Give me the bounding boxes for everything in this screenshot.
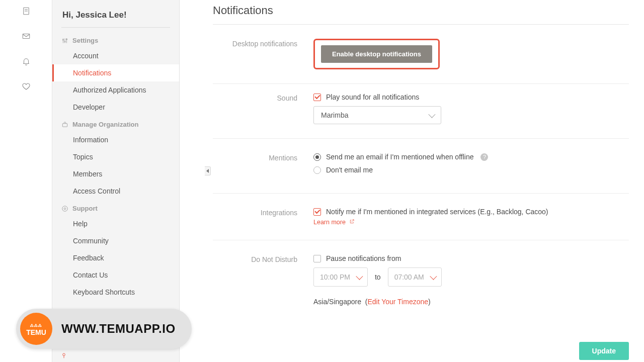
sidebar-item-access-control[interactable]: Access Control <box>52 183 179 200</box>
collapse-sidebar-handle[interactable] <box>205 166 211 175</box>
svg-point-12 <box>64 208 66 210</box>
play-sound-label: Play sound for all notifications <box>326 93 419 101</box>
row-mentions: Mentions Send me an email if I'm mention… <box>213 139 629 194</box>
row-integrations: Integrations Notify me if I'm mentioned … <box>213 194 629 240</box>
sidebar-item-information[interactable]: Information <box>52 131 179 148</box>
sidebar-item-notifications[interactable]: Notifications <box>52 64 179 81</box>
sidebar-item-feedback[interactable]: Feedback <box>52 249 179 266</box>
chevron-down-icon <box>428 111 435 118</box>
edit-timezone-link[interactable]: Edit Your Timezone <box>367 298 428 306</box>
row-desktop-notifications: Desktop notifications Enable desktop not… <box>213 25 629 84</box>
greeting-text: Hi, Jessica Lee! <box>52 6 179 27</box>
integrations-checkbox[interactable] <box>313 208 321 216</box>
mentions-none-radio[interactable] <box>313 166 321 174</box>
sidebar-item-keyboard-shortcuts[interactable]: Keyboard Shortcuts <box>52 284 179 301</box>
svg-point-13 <box>63 353 65 356</box>
sidebar-item-topics[interactable]: Topics <box>52 148 179 165</box>
temu-logo-icon: ஃஃஃ TEMU <box>20 313 52 345</box>
dnd-from-select[interactable]: 10:00 PM <box>313 267 368 287</box>
row-sound: Sound Play sound for all notifications M… <box>213 84 629 139</box>
section-org: Manage Organization <box>52 116 179 131</box>
sound-select[interactable]: Marimba <box>313 106 441 124</box>
heart-icon[interactable] <box>21 81 31 92</box>
mentions-email-label: Send me an email if I'm mentioned when o… <box>326 153 473 161</box>
bell-icon[interactable] <box>21 56 31 66</box>
sidebar-item-community[interactable]: Community <box>52 232 179 249</box>
sidebar-item-contact-us[interactable]: Contact Us <box>52 266 179 284</box>
sidebar-item-authorized-apps[interactable]: Authorized Applications <box>52 81 179 99</box>
row-dnd: Do Not Disturb Pause notifications from … <box>213 240 629 320</box>
sidebar-item-developer[interactable]: Developer <box>52 99 179 116</box>
enable-desktop-notifications-button[interactable]: Enable desktop notifications <box>321 45 432 63</box>
external-link-icon <box>349 219 355 226</box>
mentions-email-radio[interactable] <box>313 153 321 161</box>
svg-point-11 <box>62 206 68 211</box>
settings-sidebar: Hi, Jessica Lee! Settings Account Notifi… <box>52 0 180 362</box>
help-icon[interactable]: ? <box>480 153 488 161</box>
mentions-none-label: Don't email me <box>326 166 373 174</box>
mail-icon[interactable] <box>21 31 31 41</box>
learn-more-link[interactable]: Learn more <box>313 219 355 226</box>
svg-rect-10 <box>62 123 67 126</box>
watermark-url: WWW.TEMUAPP.IO <box>61 322 176 336</box>
main-content: Notifications Desktop notifications Enab… <box>180 0 644 362</box>
pin-icon[interactable] <box>60 352 68 360</box>
section-settings: Settings <box>52 32 179 47</box>
chevron-down-icon <box>430 273 437 280</box>
timezone-line: Asia/Singapore (Edit Your Timezone) <box>313 298 629 306</box>
left-rail <box>0 0 52 362</box>
document-icon[interactable] <box>21 6 31 16</box>
dnd-to-label: to <box>375 273 381 281</box>
section-support: Support <box>52 200 179 215</box>
page-title: Notifications <box>213 4 629 17</box>
sidebar-item-account[interactable]: Account <box>52 47 179 64</box>
dnd-label: Pause notifications from <box>326 254 401 262</box>
svg-rect-3 <box>23 34 30 39</box>
update-button[interactable]: Update <box>579 342 629 360</box>
dnd-to-select[interactable]: 07:00 AM <box>388 267 442 287</box>
play-sound-checkbox[interactable] <box>313 94 321 101</box>
watermark-overlay: ஃஃஃ TEMU WWW.TEMUAPP.IO <box>16 309 192 349</box>
sidebar-item-help[interactable]: Help <box>52 215 179 232</box>
chevron-down-icon <box>356 273 363 280</box>
sidebar-item-members[interactable]: Members <box>52 165 179 183</box>
integrations-label: Notify me if I'm mentioned in integrated… <box>326 208 548 216</box>
dnd-checkbox[interactable] <box>313 255 321 262</box>
highlight-annotation: Enable desktop notifications <box>313 39 440 69</box>
